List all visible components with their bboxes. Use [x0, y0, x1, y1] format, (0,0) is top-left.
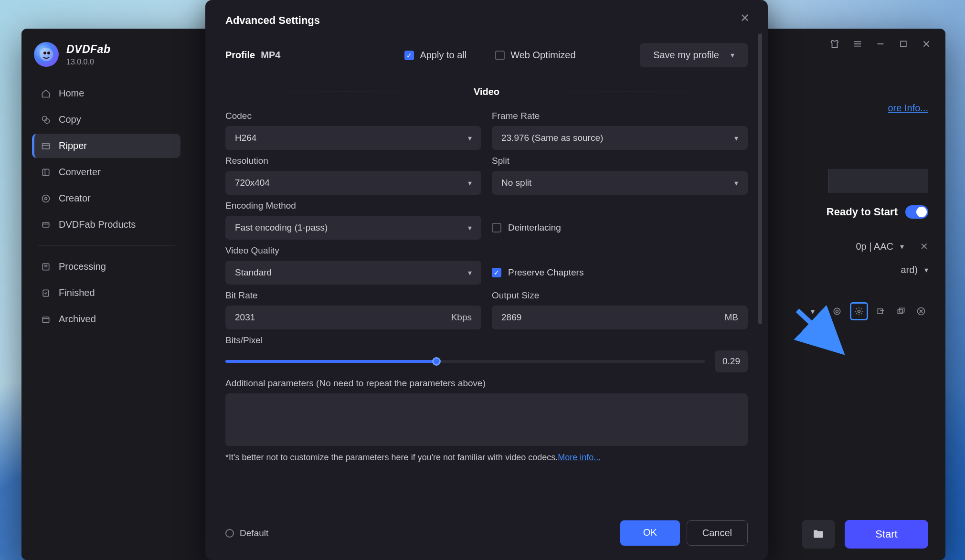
- brand-name: DVDFab: [66, 43, 110, 56]
- cancel-button-label: Cancel: [702, 528, 732, 538]
- split-select[interactable]: No split ▾: [492, 171, 748, 195]
- profile-row: Profile MP4 ✓ Apply to all Web Optimized…: [225, 43, 748, 67]
- apply-to-all-checkbox[interactable]: ✓ Apply to all: [404, 50, 467, 61]
- tshirt-icon[interactable]: [829, 38, 840, 50]
- svg-rect-23: [901, 41, 906, 47]
- codec-select[interactable]: H264 ▾: [225, 126, 481, 150]
- titlebar: [816, 29, 945, 59]
- output-size-unit: MB: [725, 312, 739, 323]
- bitrate-label: Bit Rate: [225, 290, 481, 301]
- preserve-chapters-checkbox[interactable]: ✓ Preserve Chapters: [492, 245, 748, 285]
- nav-divider: [38, 245, 175, 246]
- checkbox-checked-icon: ✓: [404, 51, 414, 60]
- sidebar-item-ripper[interactable]: Ripper: [32, 134, 180, 158]
- output-folder-button[interactable]: [802, 520, 835, 549]
- quality-value: Standard: [235, 267, 272, 278]
- sidebar-item-home[interactable]: Home: [32, 81, 180, 106]
- web-optimized-label: Web Optimized: [510, 50, 575, 61]
- footnote: *It's better not to customize the parame…: [225, 453, 748, 463]
- chevron-down-icon[interactable]: ▾: [900, 242, 904, 251]
- output-size-label: Output Size: [492, 290, 748, 301]
- chevron-down-icon: ▾: [468, 268, 472, 277]
- start-button[interactable]: Start: [845, 520, 928, 549]
- web-optimized-checkbox[interactable]: Web Optimized: [495, 50, 575, 61]
- crop-icon[interactable]: [894, 304, 908, 318]
- brand: DVDFab 13.0.0.0: [32, 42, 180, 67]
- ready-toggle[interactable]: [905, 205, 928, 219]
- default-radio[interactable]: Default: [225, 528, 268, 539]
- finished-icon: [41, 288, 51, 298]
- frame-rate-value: 23.976 (Same as source): [501, 133, 603, 143]
- video-section-label: Video: [474, 86, 499, 97]
- footnote-text: *It's better not to customize the parame…: [225, 453, 558, 462]
- sidebar-item-label: DVDFab Products: [59, 219, 136, 230]
- sidebar-item-creator[interactable]: Creator: [32, 186, 180, 211]
- slider-thumb[interactable]: [432, 357, 441, 366]
- more-info-link[interactable]: ore Info...: [888, 103, 929, 114]
- encoding-select[interactable]: Fast encoding (1-pass) ▾: [225, 216, 481, 240]
- nav-primary: Home Copy Ripper Converter Creator DVDFa…: [32, 81, 180, 237]
- sidebar-item-archived[interactable]: Archived: [32, 307, 180, 331]
- sidebar-item-label: Home: [59, 88, 84, 99]
- sidebar-item-products[interactable]: DVDFab Products: [32, 212, 180, 237]
- bpp-slider[interactable]: [225, 360, 705, 363]
- checkbox-empty-icon: [492, 223, 501, 232]
- menu-icon[interactable]: [852, 38, 863, 50]
- frame-rate-select[interactable]: 23.976 (Same as source) ▾: [492, 126, 748, 150]
- processing-icon: [41, 262, 51, 272]
- delete-icon[interactable]: [914, 304, 928, 318]
- save-profile-button[interactable]: Save my profile ▾: [640, 43, 748, 67]
- cancel-button[interactable]: Cancel: [687, 520, 748, 546]
- bpp-label: Bits/Pixel: [225, 335, 748, 346]
- radio-empty-icon: [225, 529, 234, 538]
- sidebar-item-label: Copy: [59, 114, 81, 125]
- codec-meta-text: 0p | AAC: [856, 241, 893, 252]
- chevron-down-icon: ▾: [734, 179, 738, 188]
- audio-meta-row: ard) ▾: [901, 264, 928, 275]
- ready-to-start-row: Ready to Start: [827, 205, 928, 219]
- video-fields: Codec H264 ▾ Frame Rate 23.976 (Same as …: [225, 111, 748, 463]
- close-icon[interactable]: [921, 38, 932, 50]
- output-size-input[interactable]: 2869 MB: [492, 306, 748, 329]
- svg-rect-7: [42, 169, 49, 175]
- bottom-bar: Start: [802, 520, 928, 549]
- resolution-select[interactable]: 720x404 ▾: [225, 171, 481, 195]
- sidebar-item-copy[interactable]: Copy: [32, 107, 180, 132]
- resolution-value: 720x404: [235, 178, 270, 188]
- checkbox-checked-icon: ✓: [492, 268, 501, 277]
- edit-icon[interactable]: [874, 304, 888, 318]
- svg-rect-17: [42, 317, 49, 323]
- deinterlacing-label: Deinterlacing: [508, 222, 561, 233]
- chevron-down-icon: ▾: [731, 51, 734, 60]
- modal-scrollbar[interactable]: [758, 33, 762, 503]
- search-input-stub[interactable]: [828, 169, 928, 193]
- sidebar-item-converter[interactable]: Converter: [32, 160, 180, 184]
- remove-item-icon[interactable]: ✕: [920, 241, 928, 252]
- minimize-icon[interactable]: [875, 38, 886, 50]
- checkbox-empty-icon: [495, 51, 505, 60]
- brand-version: 13.0.0.0: [66, 58, 110, 66]
- modal-close-icon[interactable]: ✕: [740, 11, 750, 25]
- svg-line-36: [797, 310, 838, 349]
- sidebar-item-finished[interactable]: Finished: [32, 281, 180, 305]
- nav-secondary: Processing Finished Archived: [32, 254, 180, 331]
- svg-point-9: [42, 195, 50, 202]
- brand-logo-icon: [34, 42, 59, 67]
- default-radio-label: Default: [240, 528, 268, 539]
- maximize-icon[interactable]: [898, 38, 909, 50]
- sidebar-item-processing[interactable]: Processing: [32, 254, 180, 279]
- additional-params-input[interactable]: [225, 393, 748, 446]
- ok-button[interactable]: OK: [620, 520, 680, 546]
- svg-point-28: [858, 310, 860, 313]
- archived-icon: [41, 314, 51, 325]
- advanced-settings-modal: Advanced Settings ✕ Profile MP4 ✓ Apply …: [205, 0, 768, 560]
- footnote-link[interactable]: More info...: [558, 453, 601, 462]
- quality-select[interactable]: Standard ▾: [225, 261, 481, 285]
- chevron-down-icon[interactable]: ▾: [924, 265, 928, 275]
- advanced-settings-icon[interactable]: [850, 302, 868, 320]
- svg-rect-29: [878, 309, 882, 314]
- split-value: No split: [501, 178, 531, 188]
- svg-point-0: [40, 48, 53, 61]
- bitrate-input[interactable]: 2031 Kbps: [225, 306, 481, 329]
- deinterlacing-checkbox[interactable]: Deinterlacing: [492, 201, 748, 240]
